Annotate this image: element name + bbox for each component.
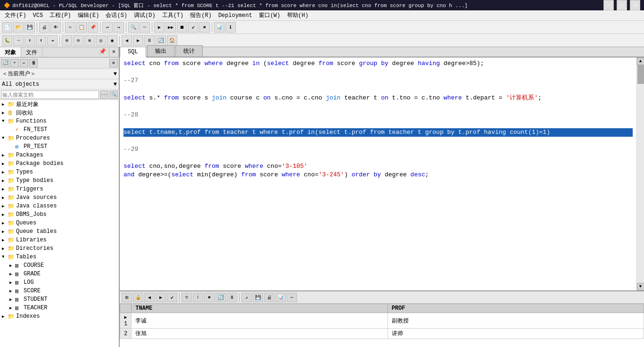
save-btn[interactable]: 💾 <box>25 22 35 33</box>
menu-deployment[interactable]: Deployment <box>215 11 255 20</box>
tab-objects[interactable]: 对象 <box>0 47 21 57</box>
tree-item-pr-test[interactable]: ⚙ PR_TEST <box>0 142 119 151</box>
tb2-btn8[interactable]: ⊗ <box>84 35 95 46</box>
tree-item-course[interactable]: ▶ ▦ COURSE <box>0 261 119 270</box>
table-row[interactable]: 2 张旭 讲师 <box>120 329 644 339</box>
copy-btn[interactable]: 📋 <box>76 22 87 33</box>
tree-item-types[interactable]: ▶ 📁 Types <box>0 168 119 176</box>
tree-item-queues[interactable]: ▶ 📁 Queues <box>0 219 119 227</box>
window-maximize-btn[interactable]: □ <box>617 0 627 10</box>
menu-edit[interactable]: 编辑(E) <box>75 10 102 20</box>
tb2-btn7[interactable]: ⊖ <box>73 35 83 46</box>
open-btn[interactable]: 📂 <box>13 22 24 33</box>
tree-item-java-sources[interactable]: ▶ 📁 Java sources <box>0 193 119 202</box>
tb2-btn4[interactable]: ⬆ <box>36 35 46 46</box>
menu-project[interactable]: 工程(P) <box>47 10 74 20</box>
find-btn[interactable]: 🔍 <box>128 22 139 33</box>
rt-next-btn[interactable]: ▶ <box>156 293 166 302</box>
menu-tools[interactable]: 工具(T) <box>159 10 187 20</box>
tab-output[interactable]: 输出 <box>147 45 174 57</box>
tree-item-procedures[interactable]: ▼ 📁 Procedures <box>0 134 119 142</box>
tree-item-packages[interactable]: ▶ 📁 Packages <box>0 151 119 159</box>
rt-pause-btn[interactable]: ⏸ <box>227 293 237 302</box>
menu-session[interactable]: 会话(S) <box>103 10 130 20</box>
scroll-down-btn[interactable]: ▼ <box>637 283 644 290</box>
menu-vcs[interactable]: VCS <box>30 11 46 20</box>
rt-filter-btn[interactable]: ▽ <box>182 293 192 302</box>
nav-back-btn[interactable]: ◀ <box>122 35 132 46</box>
nav-fwd-btn[interactable]: ▶ <box>133 35 143 46</box>
run-btn[interactable]: ▶ <box>154 22 165 33</box>
tree-item-recycle[interactable]: ▶ 🗑 回收站 <box>0 108 119 117</box>
menu-help[interactable]: 帮助(H) <box>284 10 312 20</box>
tree-item-java-classes[interactable]: ▶ 📁 Java classes <box>0 202 119 210</box>
tree-item-grade[interactable]: ▶ ▦ GRADE <box>0 270 119 278</box>
tree-item-score[interactable]: ▶ ▦ SCORE <box>0 287 119 295</box>
preview-btn[interactable]: 👁 <box>50 22 61 33</box>
tb2-btn5[interactable]: ⇥ <box>47 35 58 46</box>
sql-scrollbar[interactable]: ▲ ▼ <box>636 58 644 290</box>
rt-prev-btn[interactable]: ◀ <box>144 293 155 302</box>
rt-refresh-btn[interactable]: 🔄 <box>215 293 226 302</box>
paste-btn[interactable]: 📌 <box>88 22 98 33</box>
tb2-btn6[interactable]: ⊕ <box>62 35 72 46</box>
debug-btn[interactable]: 🐛 <box>2 35 12 46</box>
tab-files[interactable]: 文件 <box>21 47 42 57</box>
tree-item-package-bodies[interactable]: ▶ 📁 Package bodies <box>0 159 119 168</box>
scroll-track[interactable] <box>637 65 644 283</box>
menu-report[interactable]: 报告(R) <box>187 10 215 20</box>
tb2-btn10[interactable]: ◉ <box>107 35 117 46</box>
lt-edit-btn[interactable]: ✏ <box>20 59 28 67</box>
panel-pin-btn[interactable]: 📌 <box>96 47 109 57</box>
tree-item-tables[interactable]: ▼ 📁 Tables <box>0 253 119 261</box>
tree-item-libraries[interactable]: ▶ 📁 Libraries <box>0 236 119 244</box>
table-row[interactable]: ▶ 1 李诚 副教授 <box>120 313 644 329</box>
replace-btn[interactable]: ↔ <box>140 22 150 33</box>
run-all-btn[interactable]: ▶▶ <box>165 22 176 33</box>
lt-config-btn[interactable]: ⚙ <box>109 59 118 67</box>
tree-item-log[interactable]: ▶ ▦ LOG <box>0 278 119 287</box>
tree-item-functions[interactable]: ▼ 📁 Functions <box>0 117 119 125</box>
tree-item-queue-tables[interactable]: ▶ 📁 Queue tables <box>0 227 119 236</box>
nav-home-btn[interactable]: 🏠 <box>167 35 177 46</box>
panel-close-btn[interactable]: ✕ <box>109 47 119 57</box>
rollback-btn[interactable]: ✖ <box>199 22 210 33</box>
tree-item-type-bodies[interactable]: ▶ 📁 Type bodies <box>0 176 119 185</box>
tb2-btn3[interactable]: ⬇ <box>25 35 35 46</box>
lt-add-btn[interactable]: + <box>10 59 19 67</box>
scroll-up-btn[interactable]: ▲ <box>637 58 644 65</box>
rt-check-btn[interactable]: ✔ <box>167 293 177 302</box>
tree-item-fn-test[interactable]: ⚡ FN_TEST <box>0 125 119 134</box>
rt-cancel-btn[interactable]: ✖ <box>204 293 215 302</box>
nav-stop-btn[interactable]: ⏸ <box>144 35 155 46</box>
menu-file[interactable]: 文件(F) <box>2 10 29 20</box>
tree-item-directories[interactable]: ▶ 📁 Directories <box>0 244 119 253</box>
rt-save-btn[interactable]: 💾 <box>253 293 263 302</box>
new-btn[interactable]: 📄 <box>2 22 12 33</box>
tree-item-triggers[interactable]: ▶ 📁 Triggers <box>0 185 119 193</box>
rt-export-btn[interactable]: ↗ <box>241 293 252 302</box>
sql-content-area[interactable]: select cno from score where degree in (s… <box>120 58 636 290</box>
tree-item-teacher[interactable]: ▶ ▦ TEACHER <box>0 304 119 312</box>
nav-refresh-btn[interactable]: 🔄 <box>156 35 166 46</box>
tab-sql[interactable]: SQL <box>120 47 146 58</box>
rt-chart-btn[interactable]: 📊 <box>275 293 286 302</box>
window-minimize-btn[interactable]: ─ <box>603 0 614 10</box>
rt-print-btn[interactable]: 🖨 <box>264 293 274 302</box>
search-input[interactable] <box>1 91 99 99</box>
menu-window[interactable]: 窗口(W) <box>256 10 283 20</box>
title-bar-controls[interactable]: ─ □ ✕ <box>603 0 640 10</box>
schema-dropdown[interactable]: ＜当前用户＞▼ <box>0 69 119 79</box>
lt-refresh-btn[interactable]: 🔄 <box>1 59 9 67</box>
undo-btn[interactable]: ↩ <box>102 22 113 33</box>
rt-lock-btn[interactable]: 🔒 <box>133 293 143 302</box>
objecttype-dropdown[interactable]: All objects ▼ <box>0 79 119 90</box>
stop-btn[interactable]: ⏹ <box>177 22 187 33</box>
tb2-btn9[interactable]: ◎ <box>96 35 106 46</box>
search-options-btn[interactable]: ··· <box>100 91 108 99</box>
cut-btn[interactable]: ✂ <box>65 22 75 33</box>
tree-item-recent[interactable]: ▶ 📁 最近对象 <box>0 100 119 108</box>
menu-debug[interactable]: 调试(D) <box>131 10 158 20</box>
print-btn[interactable]: 🖨 <box>39 22 50 33</box>
search-go-btn[interactable]: 🔍 <box>109 91 118 99</box>
